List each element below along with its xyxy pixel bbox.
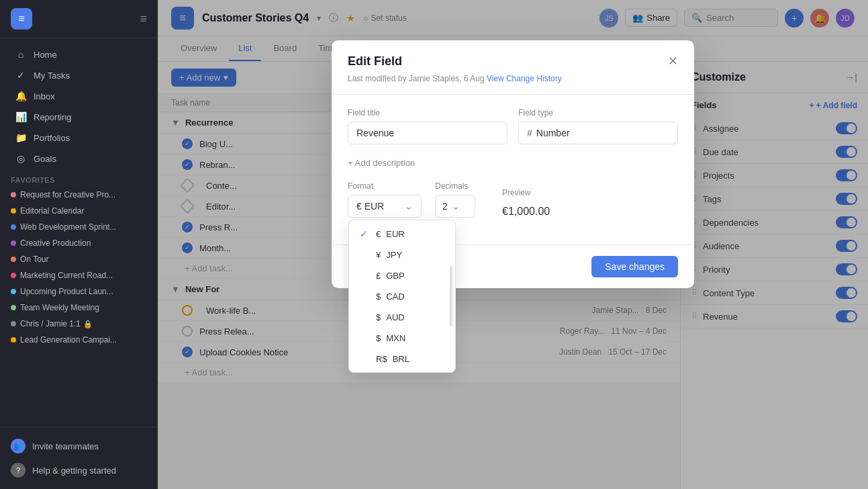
format-row: Format € EUR ⌄ ✓ € EUR (348, 181, 678, 218)
sidebar-fav-editorial[interactable]: Editorial Calendar (0, 203, 158, 219)
sidebar-invite-teammates[interactable]: 👥 Invite teammates (0, 434, 158, 458)
field-title-type-row: Field title Field type # Number (348, 108, 678, 144)
hash-icon: # (527, 128, 532, 138)
sidebar-fav-chris-jamie[interactable]: Chris / Jamie 1:1 🔒 (0, 316, 158, 332)
inbox-icon: 🔔 (15, 91, 27, 101)
check-icon: ✓ (360, 228, 371, 239)
sidebar-item-portfolios[interactable]: 📁 Portfolios (4, 128, 154, 148)
format-select[interactable]: € EUR ⌄ ✓ € EUR (348, 195, 422, 218)
view-history-link[interactable]: View Change History (487, 74, 562, 83)
field-type-group: Field type # Number (518, 108, 678, 144)
preview-group: Preview €1,000.00 (502, 188, 550, 218)
sidebar-item-my-tasks[interactable]: ✓ My Tasks (4, 65, 154, 85)
sidebar-help[interactable]: ? Help & getting started (0, 458, 158, 482)
preview-label: Preview (502, 188, 550, 197)
modal-overlay: Edit Field ✕ Last modified by Jamie Stap… (158, 0, 868, 489)
modal-close-button[interactable]: ✕ (668, 54, 678, 69)
help-avatar: ? (11, 463, 26, 478)
sidebar-item-reporting[interactable]: 📊 Reporting (4, 107, 154, 127)
field-title-input[interactable] (348, 122, 508, 144)
format-chevron-icon: ⌄ (405, 201, 413, 212)
app-logo: ≡ (11, 8, 32, 30)
dropdown-eur[interactable]: ✓ € EUR (349, 223, 455, 244)
invite-avatar: 👥 (11, 439, 26, 453)
favorites-label: Favorites (0, 169, 158, 187)
decimals-label: Decimals (435, 181, 475, 191)
dropdown-cad[interactable]: $ CAD (349, 286, 455, 307)
preview-value: €1,000.00 (502, 202, 550, 218)
sidebar-fav-marketing[interactable]: Marketing Current Road... (0, 267, 158, 283)
save-changes-button[interactable]: Save changes (591, 256, 678, 277)
sidebar-item-home[interactable]: ⌂ Home (4, 44, 154, 64)
field-type-label: Field type (518, 108, 678, 118)
sidebar-header: ≡ ≡ (0, 0, 158, 38)
dropdown-aud[interactable]: $ AUD (349, 307, 455, 328)
sidebar-fav-upcoming[interactable]: Upcoming Product Laun... (0, 283, 158, 300)
sidebar-item-goals[interactable]: ◎ Goals (4, 148, 154, 169)
sidebar-item-inbox[interactable]: 🔔 Inbox (4, 86, 154, 106)
dropdown-brl[interactable]: R$ BRL (349, 349, 455, 369)
hamburger-icon[interactable]: ≡ (140, 12, 147, 26)
home-icon: ⌂ (15, 49, 27, 60)
sidebar-fav-creative-prod[interactable]: Creative Production (0, 235, 158, 251)
add-description-button[interactable]: + Add description (348, 158, 415, 168)
tasks-icon: ✓ (15, 70, 27, 81)
sidebar-fav-team-weekly[interactable]: Team Weekly Meeting (0, 300, 158, 316)
sidebar-bottom: 👥 Invite teammates ? Help & getting star… (0, 427, 158, 489)
field-title-label: Field title (348, 108, 508, 118)
dropdown-scrollbar[interactable] (450, 266, 452, 326)
field-type-display: # Number (518, 122, 678, 144)
decimals-group: Decimals 2 ⌄ (435, 181, 475, 218)
modal-subtitle: Last modified by Jamie Staples, 6 Aug Vi… (332, 74, 694, 94)
dropdown-gbp[interactable]: £ GBP (349, 265, 455, 286)
sidebar: ≡ ≡ ⌂ Home ✓ My Tasks 🔔 Inbox 📊 Reportin… (0, 0, 158, 489)
modal-header: Edit Field ✕ (332, 40, 694, 74)
modal-title: Edit Field (348, 54, 402, 69)
format-group: Format € EUR ⌄ ✓ € EUR (348, 181, 422, 218)
dropdown-mxn[interactable]: $ MXN (349, 328, 455, 349)
modal-body: Field title Field type # Number + Add de… (332, 95, 694, 244)
sidebar-fav-on-tour[interactable]: On Tour (0, 251, 158, 267)
format-label: Format (348, 181, 422, 191)
field-title-group: Field title (348, 108, 508, 144)
reporting-icon: 📊 (15, 112, 27, 122)
decimals-select[interactable]: 2 ⌄ (435, 195, 475, 218)
format-dropdown: ✓ € EUR ¥ JPY (348, 220, 456, 373)
sidebar-nav: ⌂ Home ✓ My Tasks 🔔 Inbox 📊 Reporting 📁 … (0, 38, 158, 427)
edit-field-modal: Edit Field ✕ Last modified by Jamie Stap… (332, 40, 694, 288)
goals-icon: ◎ (15, 153, 27, 164)
sidebar-fav-creative-pro[interactable]: Request for Creative Pro... (0, 187, 158, 203)
main-area: ≡ Customer Stories Q4 ▾ ⓘ ★ ○ Set status… (158, 0, 868, 489)
decimals-chevron-icon: ⌄ (452, 201, 460, 212)
sidebar-fav-web-dev[interactable]: Web Development Sprint... (0, 219, 158, 235)
sidebar-fav-lead-gen[interactable]: Lead Generation Campai... (0, 332, 158, 348)
dropdown-jpy[interactable]: ¥ JPY (349, 244, 455, 265)
portfolios-icon: 📁 (15, 132, 27, 143)
